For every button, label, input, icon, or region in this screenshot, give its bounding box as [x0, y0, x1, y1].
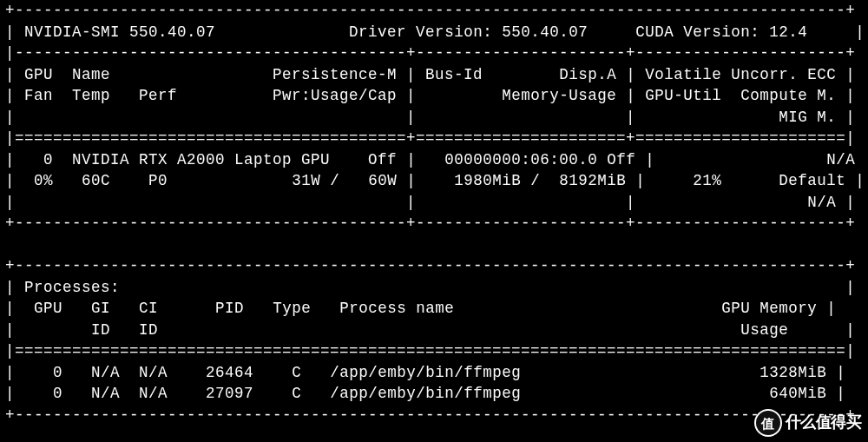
proc-row-gi: N/A [91, 364, 120, 381]
cuda-label: CUDA Version: [635, 23, 760, 41]
proc-h-gi2: ID [91, 321, 110, 339]
nvidia-smi-output: +---------------------------------------… [0, 0, 868, 426]
gpu-util: 21% [693, 172, 721, 189]
col-memusage: Memory-Usage [502, 87, 616, 104]
proc-row-gpu: 0 [53, 364, 62, 381]
gpu-temp: 60C [82, 172, 110, 189]
proc-h-ci2: ID [139, 321, 158, 339]
proc-row-ci: N/A [139, 385, 168, 402]
gpu-ecc: N/A [826, 151, 855, 168]
gpu-name: NVIDIA RTX A2000 Laptop GPU [72, 151, 330, 168]
proc-row-mem: 640MiB [769, 385, 826, 402]
proc-h-gi: GI [91, 300, 110, 317]
smi-label: NVIDIA-SMI [24, 23, 120, 41]
gpu-mem-total: 8192MiB [559, 172, 626, 189]
gpu-busid: 00000000:06:00.0 [444, 151, 597, 168]
gpu-fan: 0% [34, 172, 53, 189]
proc-row-pid: 27097 [206, 385, 253, 402]
gpu-pwr-usage: 31W [292, 172, 320, 189]
watermark-text: 什么值得买 [786, 412, 862, 433]
proc-h-ci: CI [139, 300, 158, 317]
driver-label: Driver Version: [349, 23, 492, 41]
col-compute: Compute M. [740, 87, 836, 104]
watermark: 值 什么值得买 [754, 409, 862, 437]
proc-row-name: /app/emby/bin/ffmpeg [330, 385, 521, 402]
col-gpu-name: GPU Name [24, 66, 110, 83]
col-gpuutil: GPU-Util [645, 87, 721, 104]
proc-row-name: /app/emby/bin/ffmpeg [330, 364, 521, 381]
cuda-version: 12.4 [769, 23, 807, 41]
col-persistence: Persistence-M [273, 66, 397, 83]
col-dispa: Disp.A [559, 66, 616, 83]
gpu-compute: Default [779, 172, 845, 189]
proc-row-gi: N/A [91, 385, 120, 402]
processes-title: Processes: [24, 279, 120, 296]
proc-h-name: Process name [339, 300, 454, 317]
driver-version: 550.40.07 [502, 23, 588, 41]
proc-h-gpu: GPU [34, 300, 62, 317]
gpu-mig: N/A [807, 194, 836, 211]
col-pwr: Pwr:Usage/Cap [273, 87, 397, 104]
proc-row-ci: N/A [139, 364, 168, 381]
smi-version: 550.40.07 [129, 23, 215, 41]
gpu-perf: P0 [148, 172, 168, 189]
proc-h-type: Type [273, 300, 311, 317]
col-busid: Bus-Id [425, 66, 483, 83]
proc-row-type: C [292, 385, 301, 402]
proc-row-pid: 26464 [206, 364, 253, 381]
proc-h-pid: PID [215, 300, 244, 317]
col-mig: MIG M. [779, 109, 836, 126]
gpu-mem-used: 1980MiB [454, 172, 521, 189]
gpu-pwr-cap: 60W [368, 172, 397, 189]
proc-row-gpu: 0 [53, 385, 62, 402]
gpu-persistence: Off [368, 151, 397, 168]
watermark-badge-icon: 值 [754, 409, 782, 437]
proc-h-mem2: Usage [740, 321, 788, 339]
col-fan-temp-perf: Fan Temp Perf [24, 87, 177, 104]
gpu-index: 0 [43, 151, 53, 168]
proc-row-type: C [292, 364, 301, 381]
proc-h-mem: GPU Memory [721, 300, 817, 317]
proc-row-mem: 1328MiB [760, 364, 826, 381]
gpu-dispa: Off [607, 151, 635, 168]
col-ecc: Volatile Uncorr. ECC [645, 66, 836, 83]
